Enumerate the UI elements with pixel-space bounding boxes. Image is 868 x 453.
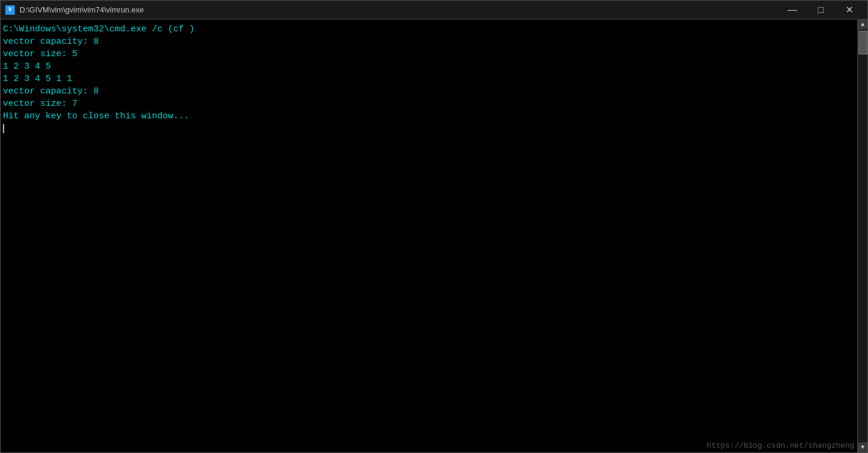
- window-controls: — □ ✕: [779, 1, 863, 19]
- terminal-line: Hit any key to close this window...: [3, 110, 855, 122]
- title-bar: V D:\GIVM\vim\gvim\vim74\vimrun.exe — □ …: [1, 1, 867, 20]
- scrollbar[interactable]: ▲ ▼: [857, 20, 867, 452]
- title-bar-left: V D:\GIVM\vim\gvim\vim74\vimrun.exe: [5, 5, 144, 15]
- scrollbar-track[interactable]: [858, 30, 867, 442]
- terminal-line: vector size: 5: [3, 48, 855, 60]
- terminal-cursor: [3, 124, 4, 133]
- scrollbar-down-button[interactable]: ▼: [858, 442, 868, 452]
- terminal-body: C:\Windows\system32\cmd.exe /c (cf )vect…: [1, 20, 867, 452]
- terminal-line: 1 2 3 4 5: [3, 60, 855, 73]
- window-title: D:\GIVM\vim\gvim\vim74\vimrun.exe: [20, 5, 144, 14]
- terminal-line: vector capacity: 8: [3, 35, 855, 48]
- terminal-cursor-line: [3, 122, 855, 135]
- terminal-line: 1 2 3 4 5 1 1: [3, 73, 855, 85]
- scrollbar-up-button[interactable]: ▲: [858, 20, 868, 30]
- minimize-button[interactable]: —: [779, 1, 806, 19]
- terminal-window: V D:\GIVM\vim\gvim\vim74\vimrun.exe — □ …: [0, 0, 868, 453]
- app-icon: V: [5, 5, 15, 15]
- terminal-line: C:\Windows\system32\cmd.exe /c (cf ): [3, 23, 855, 35]
- terminal-line: vector capacity: 8: [3, 85, 855, 98]
- maximize-button[interactable]: □: [807, 1, 834, 19]
- terminal-line: vector size: 7: [3, 98, 855, 110]
- close-button[interactable]: ✕: [835, 1, 863, 19]
- terminal-output[interactable]: C:\Windows\system32\cmd.exe /c (cf )vect…: [1, 20, 857, 452]
- scrollbar-thumb[interactable]: [859, 31, 867, 54]
- watermark: https://blog.csdn.net/shangzheng: [707, 441, 854, 450]
